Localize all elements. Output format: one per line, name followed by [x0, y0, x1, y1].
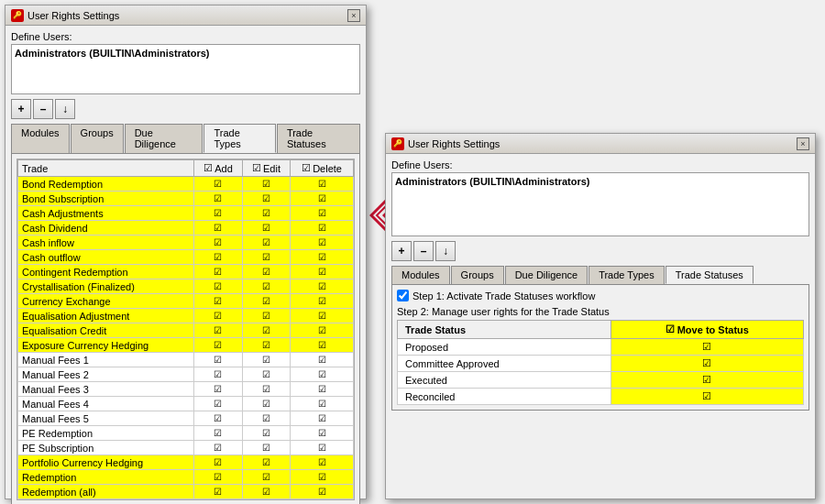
- remove-btn-left[interactable]: –: [33, 99, 53, 119]
- edit-cell[interactable]: ☑: [242, 294, 290, 309]
- move-to-cell[interactable]: ☑: [610, 389, 803, 405]
- delete-cell[interactable]: ☑: [291, 177, 354, 192]
- delete-cell[interactable]: ☑: [291, 353, 354, 367]
- add-cell[interactable]: ☑: [194, 455, 243, 470]
- users-box-right[interactable]: Administrators (BUILTIN\Administrators): [391, 172, 809, 236]
- add-cell[interactable]: ☑: [194, 250, 243, 265]
- edit-cell[interactable]: ☑: [242, 192, 290, 206]
- users-box-left[interactable]: Administrators (BUILTIN\Administrators): [11, 44, 360, 94]
- tab-trade-statuses-left[interactable]: Trade Statuses: [277, 124, 360, 153]
- edit-cell[interactable]: ☑: [242, 367, 290, 382]
- edit-cell[interactable]: ☑: [242, 221, 290, 236]
- add-cell[interactable]: ☑: [194, 221, 243, 236]
- add-cell[interactable]: ☑: [194, 294, 243, 309]
- tab-trade-statuses-right[interactable]: Trade Statuses: [666, 266, 754, 284]
- edit-cell[interactable]: ☑: [242, 236, 290, 250]
- toolbar-left: + – ↓: [11, 99, 360, 119]
- delete-cell[interactable]: ☑: [291, 309, 354, 323]
- edit-cell[interactable]: ☑: [242, 426, 290, 441]
- table-row: Crystallisation (Finalized) ☑ ☑ ☑: [18, 279, 354, 294]
- add-cell[interactable]: ☑: [194, 367, 243, 382]
- remove-btn-right[interactable]: –: [413, 241, 434, 261]
- add-cell[interactable]: ☑: [194, 353, 243, 367]
- step1-checkbox[interactable]: [397, 290, 409, 301]
- delete-cell[interactable]: ☑: [291, 338, 354, 353]
- delete-cell[interactable]: ☑: [291, 441, 354, 455]
- delete-cell[interactable]: ☑: [291, 397, 354, 411]
- delete-cell[interactable]: ☑: [291, 236, 354, 250]
- add-cell[interactable]: ☑: [194, 206, 243, 221]
- edit-cell[interactable]: ☑: [242, 397, 290, 411]
- add-btn-right[interactable]: +: [391, 241, 412, 261]
- add-cell[interactable]: ☑: [194, 397, 243, 411]
- move-to-cell[interactable]: ☑: [610, 356, 803, 372]
- delete-cell[interactable]: ☑: [291, 250, 354, 265]
- window-right: 🔑 User Rights Settings × Define Users: A…: [385, 133, 816, 499]
- edit-cell[interactable]: ☑: [242, 382, 290, 397]
- delete-cell[interactable]: ☑: [291, 367, 354, 382]
- tab-due-diligence-left[interactable]: Due Diligence: [125, 124, 204, 153]
- delete-cell[interactable]: ☑: [291, 206, 354, 221]
- add-cell[interactable]: ☑: [194, 338, 243, 353]
- edit-cell[interactable]: ☑: [242, 309, 290, 323]
- delete-cell[interactable]: ☑: [291, 294, 354, 309]
- table-row: Equalisation Adjustment ☑ ☑ ☑: [18, 309, 354, 323]
- trade-name-cell: Redemption: [18, 470, 194, 485]
- trade-name-cell: Manual Fees 5: [18, 411, 194, 426]
- delete-cell[interactable]: ☑: [291, 382, 354, 397]
- edit-cell[interactable]: ☑: [242, 485, 290, 499]
- add-cell[interactable]: ☑: [194, 441, 243, 455]
- tab-trade-types-right[interactable]: Trade Types: [588, 266, 665, 284]
- delete-cell[interactable]: ☑: [291, 221, 354, 236]
- add-cell[interactable]: ☑: [194, 485, 243, 499]
- delete-cell[interactable]: ☑: [291, 485, 354, 499]
- move-btn-left[interactable]: ↓: [55, 99, 75, 119]
- edit-cell[interactable]: ☑: [242, 323, 290, 338]
- edit-cell[interactable]: ☑: [242, 455, 290, 470]
- delete-cell[interactable]: ☑: [291, 426, 354, 441]
- delete-cell[interactable]: ☑: [291, 470, 354, 485]
- window-right-close[interactable]: ×: [797, 137, 809, 150]
- status-table-row: Proposed ☑: [398, 339, 804, 356]
- add-cell[interactable]: ☑: [194, 470, 243, 485]
- add-cell[interactable]: ☑: [194, 309, 243, 323]
- add-cell[interactable]: ☑: [194, 411, 243, 426]
- table-row: Cash Adjustments ☑ ☑ ☑: [18, 206, 354, 221]
- add-btn-left[interactable]: +: [11, 99, 31, 119]
- add-cell[interactable]: ☑: [194, 192, 243, 206]
- add-cell[interactable]: ☑: [194, 426, 243, 441]
- tab-trade-types-left[interactable]: Trade Types: [204, 124, 275, 153]
- add-cell[interactable]: ☑: [194, 323, 243, 338]
- delete-cell[interactable]: ☑: [291, 323, 354, 338]
- delete-cell[interactable]: ☑: [291, 411, 354, 426]
- edit-cell[interactable]: ☑: [242, 353, 290, 367]
- tab-groups-left[interactable]: Groups: [71, 124, 124, 153]
- edit-cell[interactable]: ☑: [242, 441, 290, 455]
- edit-cell[interactable]: ☑: [242, 411, 290, 426]
- delete-cell[interactable]: ☑: [291, 455, 354, 470]
- edit-cell[interactable]: ☑: [242, 177, 290, 192]
- edit-cell[interactable]: ☑: [242, 338, 290, 353]
- edit-cell[interactable]: ☑: [242, 470, 290, 485]
- delete-cell[interactable]: ☑: [291, 192, 354, 206]
- delete-cell[interactable]: ☑: [291, 265, 354, 279]
- window-left-close[interactable]: ×: [347, 9, 360, 22]
- edit-cell[interactable]: ☑: [242, 250, 290, 265]
- move-to-cell[interactable]: ☑: [610, 372, 803, 389]
- tab-modules-left[interactable]: Modules: [11, 124, 70, 153]
- tab-groups-right[interactable]: Groups: [451, 266, 504, 284]
- move-to-cell[interactable]: ☑: [610, 339, 803, 356]
- add-cell[interactable]: ☑: [194, 236, 243, 250]
- tab-due-diligence-right[interactable]: Due Diligence: [505, 266, 588, 284]
- add-cell[interactable]: ☑: [194, 279, 243, 294]
- edit-cell[interactable]: ☑: [242, 206, 290, 221]
- delete-cell[interactable]: ☑: [291, 279, 354, 294]
- add-cell[interactable]: ☑: [194, 177, 243, 192]
- add-cell[interactable]: ☑: [194, 382, 243, 397]
- tab-modules-right[interactable]: Modules: [391, 266, 450, 284]
- trade-table-scroll[interactable]: Trade ☑Add ☑Edit ☑Delete Bond Redemption…: [16, 159, 355, 500]
- edit-cell[interactable]: ☑: [242, 265, 290, 279]
- add-cell[interactable]: ☑: [194, 265, 243, 279]
- edit-cell[interactable]: ☑: [242, 279, 290, 294]
- move-btn-right[interactable]: ↓: [435, 241, 456, 261]
